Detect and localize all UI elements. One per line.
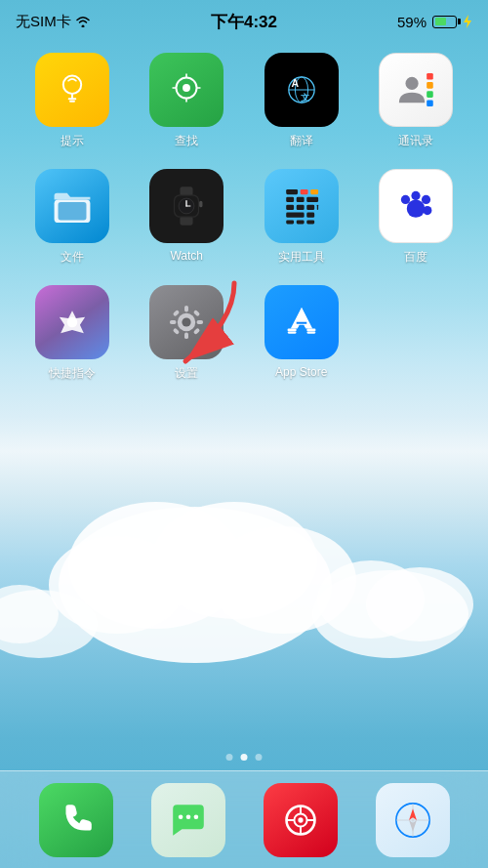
status-right: 59% xyxy=(397,14,472,30)
app-icon-contacts xyxy=(379,53,453,127)
status-left: 无SIM卡 xyxy=(16,13,91,31)
app-icon-baidu xyxy=(379,169,453,243)
svg-rect-48 xyxy=(306,205,314,210)
svg-text:A: A xyxy=(291,77,299,89)
app-files[interactable]: 文件 xyxy=(20,169,125,266)
app-tips[interactable]: 提示 xyxy=(20,53,125,149)
app-utilities[interactable]: 实用工具 xyxy=(249,169,354,266)
svg-point-59 xyxy=(423,206,431,215)
svg-rect-26 xyxy=(427,82,433,89)
svg-text:文: 文 xyxy=(301,93,309,103)
page-indicator xyxy=(226,754,263,761)
status-bar: 无SIM卡 下午4:32 59% xyxy=(0,0,488,43)
app-icon-files xyxy=(35,169,109,243)
app-label-shortcuts: 快捷指令 xyxy=(49,365,96,382)
app-icon-tips xyxy=(35,53,109,127)
page-dot-2 xyxy=(241,754,248,761)
app-translate[interactable]: A 文 翻译 xyxy=(249,53,354,149)
app-contacts[interactable]: 通讯录 xyxy=(364,53,469,149)
app-icon-utilities xyxy=(264,169,339,243)
app-icon-watch xyxy=(149,169,224,243)
app-label-tips: 提示 xyxy=(61,133,84,149)
dock-icon-safari xyxy=(376,783,450,857)
svg-rect-39 xyxy=(199,201,202,208)
carrier-label: 无SIM卡 xyxy=(16,13,71,31)
svg-rect-51 xyxy=(306,213,314,218)
app-label-appstore: App Store xyxy=(275,365,327,379)
dock-safari[interactable] xyxy=(376,783,450,857)
status-time: 下午4:32 xyxy=(211,11,277,33)
app-label-watch: Watch xyxy=(170,249,203,263)
svg-rect-28 xyxy=(427,101,433,107)
svg-rect-42 xyxy=(310,189,318,194)
app-icon-translate: A 文 xyxy=(264,53,339,127)
charging-icon xyxy=(463,15,472,28)
svg-point-81 xyxy=(298,817,303,822)
dock-icon-messages xyxy=(151,783,225,857)
app-watch[interactable]: Watch xyxy=(135,169,240,266)
svg-rect-32 xyxy=(181,186,193,195)
app-icon-shortcuts xyxy=(35,285,109,359)
page-dot-1 xyxy=(226,754,233,761)
app-label-find: 查找 xyxy=(175,133,198,149)
svg-rect-41 xyxy=(300,189,307,194)
svg-rect-31 xyxy=(58,202,86,220)
svg-rect-33 xyxy=(181,217,193,226)
app-label-contacts: 通讯录 xyxy=(398,133,433,149)
svg-rect-53 xyxy=(296,220,304,224)
svg-rect-25 xyxy=(427,73,433,80)
svg-rect-44 xyxy=(296,197,304,202)
app-label-baidu: 百度 xyxy=(404,249,427,266)
svg-point-57 xyxy=(412,191,421,200)
red-arrow xyxy=(156,273,273,381)
dock-music[interactable] xyxy=(264,783,338,857)
svg-rect-46 xyxy=(286,205,294,210)
svg-rect-43 xyxy=(286,197,294,202)
dock-icon-phone xyxy=(39,783,113,857)
svg-point-55 xyxy=(407,199,425,217)
svg-rect-47 xyxy=(296,205,304,210)
app-icon-find xyxy=(149,53,224,127)
wifi-icon xyxy=(75,16,91,27)
app-label-utilities: 实用工具 xyxy=(278,249,325,266)
svg-point-77 xyxy=(185,814,190,819)
svg-rect-52 xyxy=(286,220,294,224)
app-find[interactable]: 查找 xyxy=(135,53,240,149)
svg-point-78 xyxy=(193,814,198,819)
app-label-translate: 翻译 xyxy=(290,133,313,149)
svg-rect-45 xyxy=(306,197,318,202)
app-label-files: 文件 xyxy=(61,249,84,266)
dock-icon-music xyxy=(264,783,338,857)
svg-rect-49 xyxy=(317,205,318,210)
page-dot-3 xyxy=(256,754,263,761)
svg-rect-50 xyxy=(286,213,304,218)
svg-point-76 xyxy=(178,814,183,819)
dock xyxy=(0,770,488,868)
dock-phone[interactable] xyxy=(39,783,113,857)
svg-point-7 xyxy=(366,567,473,641)
svg-point-56 xyxy=(401,195,410,204)
app-baidu[interactable]: 百度 xyxy=(364,169,469,266)
svg-point-60 xyxy=(66,317,77,328)
battery-percent: 59% xyxy=(397,14,427,30)
svg-rect-40 xyxy=(286,189,298,194)
svg-point-15 xyxy=(183,84,190,92)
svg-rect-54 xyxy=(306,220,314,224)
app-icon-appstore xyxy=(264,285,339,359)
svg-point-29 xyxy=(406,77,419,90)
dock-messages[interactable] xyxy=(151,783,225,857)
app-shortcuts[interactable]: 快捷指令 xyxy=(20,285,125,382)
svg-point-58 xyxy=(422,195,430,204)
svg-rect-27 xyxy=(427,91,433,98)
battery-icon xyxy=(432,16,457,28)
